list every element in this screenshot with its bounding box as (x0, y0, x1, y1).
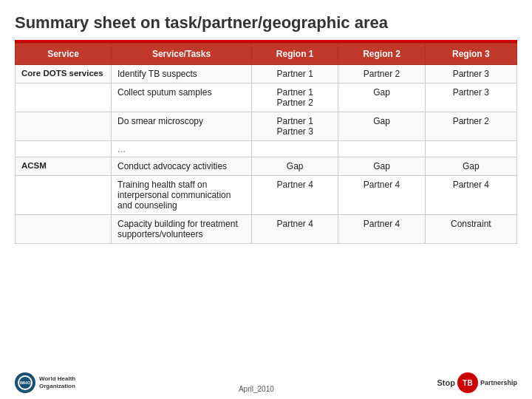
row-task: Capacity building for treatment supporte… (112, 215, 252, 244)
row-r1: Partner 1 (252, 65, 338, 83)
header-service: Service (16, 44, 112, 65)
row-r2 (338, 141, 425, 157)
table-row: Training health staff on interpersonal c… (16, 176, 517, 215)
row-r1: Partner 4 (252, 215, 338, 244)
summary-table: Service Service/Tasks Region 1 Region 2 … (15, 43, 517, 244)
footer-right: Stop TB Partnership (437, 372, 517, 393)
row-r3: Partner 2 (425, 112, 516, 141)
row-r3: Partner 4 (425, 176, 516, 215)
who-circle-inner: WHO (18, 375, 33, 390)
who-text: World Health Organization (39, 375, 75, 389)
row-task: Collect sputum samples (112, 83, 252, 112)
row-r2: Partner 4 (338, 215, 425, 244)
stop-tb-text: Partnership (480, 379, 517, 386)
table-row: ... (16, 141, 517, 157)
row-task: Conduct advocacy activities (112, 157, 252, 176)
table-row: Collect sputum samples Partner 1Partner … (16, 83, 517, 112)
who-circle-icon: WHO (15, 372, 35, 393)
row-r1: Partner 4 (252, 176, 338, 215)
row-r1: Gap (252, 157, 338, 176)
header-region2: Region 2 (338, 44, 425, 65)
table-row: Capacity building for treatment supporte… (16, 215, 517, 244)
row-service (16, 141, 112, 157)
row-task: Training health staff on interpersonal c… (112, 176, 252, 215)
stop-tb-logo: Stop TB Partnership (437, 372, 517, 393)
row-r2: Gap (338, 83, 425, 112)
row-r3: Partner 3 (425, 83, 516, 112)
row-service: Core DOTS services (16, 65, 112, 83)
row-task: Identify TB suspects (112, 65, 252, 83)
row-r3: Partner 3 (425, 65, 516, 83)
row-task: ... (112, 141, 252, 157)
header-region1: Region 1 (252, 44, 338, 65)
row-r3: Constraint (425, 215, 516, 244)
table-row: ACSM Conduct advocacy activities Gap Gap… (16, 157, 517, 176)
page-container: Summary sheet on task/partner/geographic… (0, 0, 532, 399)
row-r3: Gap (425, 157, 516, 176)
row-r3 (425, 141, 516, 157)
stop-tb-icon: TB (457, 372, 478, 393)
who-logo: WHO World Health Organization (15, 372, 75, 393)
footer-date: April_2010 (75, 385, 437, 393)
row-service: ACSM (16, 157, 112, 176)
header-tasks: Service/Tasks (112, 44, 252, 65)
footer: WHO World Health Organization April_2010… (0, 372, 532, 393)
row-r1: Partner 1Partner 2 (252, 83, 338, 112)
row-task: Do smear microscopy (112, 112, 252, 141)
row-r1: Partner 1Partner 3 (252, 112, 338, 141)
row-r2: Partner 4 (338, 176, 425, 215)
row-r2: Gap (338, 157, 425, 176)
row-service (16, 83, 112, 112)
header-region3: Region 3 (425, 44, 516, 65)
row-service (16, 215, 112, 244)
table-row: Core DOTS services Identify TB suspects … (16, 65, 517, 83)
row-r1 (252, 141, 338, 157)
table-row: Do smear microscopy Partner 1Partner 3 G… (16, 112, 517, 141)
row-service (16, 176, 112, 215)
row-r2: Partner 2 (338, 65, 425, 83)
page-title: Summary sheet on task/partner/geographic… (15, 13, 517, 33)
row-r2: Gap (338, 112, 425, 141)
row-service (16, 112, 112, 141)
footer-left: WHO World Health Organization (15, 372, 75, 393)
